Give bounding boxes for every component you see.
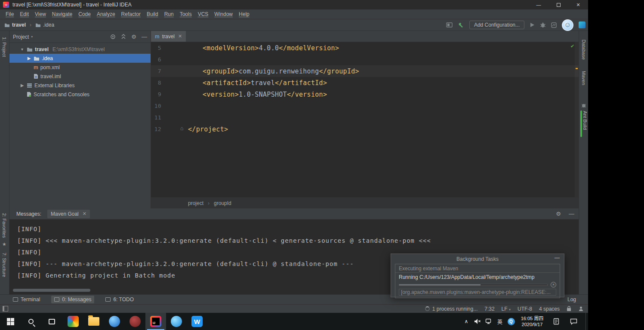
fold-marker-icon[interactable]: ⌂ [180,125,184,131]
start-button[interactable] [0,313,21,330]
nav-crumb-folder[interactable]: .idea [43,22,54,28]
nav-crumb-project[interactable]: travel [12,22,26,28]
cancel-task-icon[interactable]: ✕ [551,282,556,287]
menu-refactor[interactable]: Refactor [118,11,144,17]
sidebar-item-maven[interactable]: Maven [581,71,586,85]
hide-panel-icon[interactable]: — [142,34,147,40]
menu-vcs[interactable]: VCS [195,11,212,17]
encoding-indicator[interactable]: UTF-8 [518,306,532,312]
taskbar-app-media[interactable] [63,313,83,330]
breadcrumb-groupid[interactable]: groupId [214,200,231,206]
taskbar-clock[interactable]: 16:05 周四 2020/9/17 [517,315,548,328]
chevron-right-icon[interactable]: ▶ [20,83,25,88]
close-icon[interactable]: ✕ [178,34,182,39]
chevron-right-icon[interactable]: ▶ [27,56,31,61]
run-icon[interactable] [530,22,535,28]
volume-button[interactable] [472,313,483,330]
sidebar-item-database[interactable]: Database [581,40,586,60]
tree-item-pom-xml[interactable]: m pom.xml [9,63,151,72]
action-center-button[interactable] [565,313,582,330]
network-button[interactable] [483,313,494,330]
show-desktop-button[interactable] [585,313,588,330]
background-process-status[interactable]: 1 process running... [425,306,478,312]
locate-file-icon[interactable] [110,34,116,40]
taskbar-search-button[interactable] [21,313,41,330]
tree-item-travel-iml[interactable]: travel.iml [9,72,151,81]
caret-position[interactable]: 7:32 [484,306,494,312]
gear-icon[interactable]: ⚙ [131,34,136,40]
toolwindow-messages[interactable]: 0: Messages [51,296,94,303]
project-panel-title[interactable]: Project [13,34,29,40]
toolwindow-todo[interactable]: 6: TODO [105,296,134,302]
taskbar-app-music[interactable] [125,313,145,330]
menu-edit[interactable]: Edit [17,11,32,17]
lock-icon[interactable] [567,306,571,312]
tree-item-idea-folder[interactable]: ▶ .idea [9,54,151,63]
sidebar-item-ant-build[interactable]: Ant Build [582,111,588,130]
minimize-icon[interactable]: — [529,0,548,9]
menu-window[interactable]: Window [211,11,236,17]
line-separator-indicator[interactable]: LF ▾ [502,306,511,312]
favorites-star-icon[interactable]: ★ [2,241,6,247]
debug-icon[interactable] [540,22,546,28]
menu-navigate[interactable]: Navigate [49,11,75,17]
tray-qq-button[interactable]: Q [505,313,517,330]
avatar[interactable]: ☺ [562,19,573,31]
tray-expand-button[interactable]: ∧ [461,313,472,330]
tab-maven-goal[interactable]: Maven Goal ✕ [47,210,90,218]
minimize-icon[interactable]: — [555,255,560,261]
chevron-down-icon[interactable]: ▾ [31,35,33,39]
inspections-ok-icon[interactable]: ✔ [571,43,574,49]
sidebar-item-favorites[interactable]: 2: Favorites [2,213,7,238]
menu-help[interactable]: Help [236,11,253,17]
taskbar-app-wiz[interactable]: W [187,313,207,330]
windows-taskbar: IJ W ∧ 英 Q 16:05 周四 2020/9/17 [0,313,588,330]
tree-item-scratches[interactable]: Scratches and Consoles [9,90,151,99]
menu-file[interactable]: File [3,11,17,17]
menu-view[interactable]: View [32,11,49,17]
ime-indicator[interactable]: 英 [494,313,505,330]
toolwindow-terminal[interactable]: Terminal [13,296,40,302]
gear-icon[interactable]: ⚙ [556,211,561,217]
ant-icon[interactable] [581,103,586,108]
code-editor[interactable]: 5 <modelVersion>4.0.0</modelVersion> 6 7… [151,42,579,197]
plugin-icon[interactable] [579,21,585,28]
close-icon[interactable]: ✕ [568,0,588,9]
menu-build[interactable]: Build [144,11,161,17]
tree-item-travel-root[interactable]: ▾ travel E:\xml\S3fristXM\travel [9,45,151,54]
collapse-all-icon[interactable] [121,34,126,40]
breadcrumb-project[interactable]: project [188,200,203,206]
menu-run[interactable]: Run [161,11,177,17]
menu-analyze[interactable]: Analyze [94,11,118,17]
title-bar[interactable]: IJ travel [E:\xml\S3fristXM\travel] - tr… [0,0,588,9]
sidebar-item-project[interactable]: 1: Project [2,37,7,57]
preview-icon[interactable] [446,22,453,28]
maximize-icon[interactable] [548,0,568,9]
profiler-icon[interactable] [551,22,557,28]
taskbar-app-browser[interactable] [104,313,125,330]
close-icon[interactable]: ✕ [83,211,86,217]
taskbar-app-explorer[interactable] [83,313,104,330]
menu-tools[interactable]: Tools [177,11,195,17]
horizontal-scrollbar[interactable] [13,289,90,292]
tree-item-external-libraries[interactable]: ▶ External Libraries [9,81,151,90]
taskbar-app-intellij[interactable]: IJ [145,313,166,330]
background-task: Executing external Maven Running C:/User… [395,264,560,298]
toolwindow-switcher-icon[interactable] [3,306,8,312]
taskbar-app-edge[interactable] [166,313,187,330]
popup-title-bar[interactable]: Background Tasks — [391,254,564,264]
menu-code[interactable]: Code [75,11,94,17]
build-hammer-icon[interactable] [458,22,464,28]
editor-scrollbar[interactable] [575,42,579,197]
task-view-button[interactable] [41,313,62,330]
intention-bulb-icon[interactable] [190,68,195,74]
sidebar-item-structure[interactable]: 7: Structure [2,253,7,277]
toolwindow-event-log[interactable]: Log [567,296,576,302]
chevron-down-icon[interactable]: ▾ [20,47,25,52]
inspector-icon[interactable] [578,306,584,312]
tab-travel[interactable]: m travel ✕ [151,31,186,42]
indent-indicator[interactable]: 4 spaces [539,306,560,312]
add-configuration-button[interactable]: Add Configuration... [469,21,524,29]
hide-panel-icon[interactable]: — [569,211,574,217]
tray-notes-button[interactable] [548,313,565,330]
